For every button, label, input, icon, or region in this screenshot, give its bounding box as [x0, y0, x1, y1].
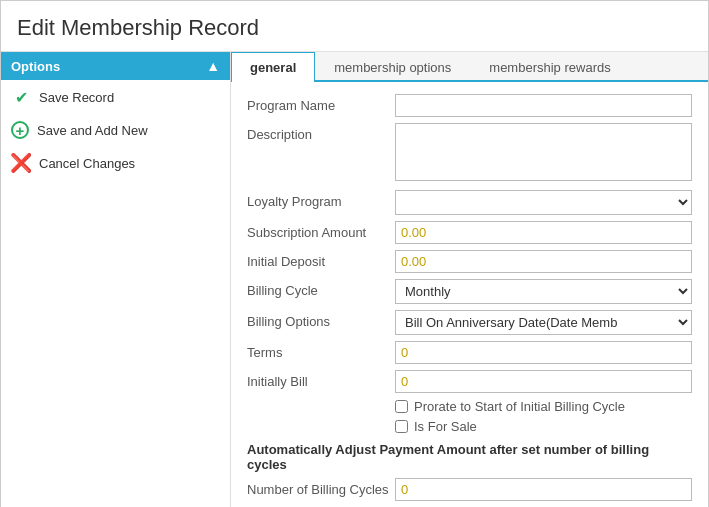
prorate-row: Prorate to Start of Initial Billing Cycl… — [395, 399, 692, 414]
billing-options-label: Billing Options — [247, 310, 395, 329]
add-plus-icon: + — [11, 121, 29, 139]
num-billing-cycles-control: 0 — [395, 478, 692, 501]
program-name-label: Program Name — [247, 94, 395, 113]
cancel-x-icon: ❌ — [11, 153, 31, 173]
subscription-amount-row: Subscription Amount 0.00 — [247, 221, 692, 244]
tab-membership-options[interactable]: membership options — [315, 52, 470, 82]
billing-options-control: Bill On Anniversary Date(Date Memb — [395, 310, 692, 335]
tab-membership-rewards[interactable]: membership rewards — [470, 52, 629, 82]
loyalty-program-select[interactable] — [395, 190, 692, 215]
subscription-amount-input[interactable]: 0.00 — [395, 221, 692, 244]
sidebar-header: Options ▲ — [1, 52, 230, 80]
terms-control: 0 — [395, 341, 692, 364]
description-row: Description — [247, 123, 692, 184]
terms-label: Terms — [247, 341, 395, 360]
cancel-changes-button[interactable]: ❌ Cancel Changes — [1, 146, 230, 180]
auto-adjust-label: Automatically Adjust Payment Amount afte… — [247, 442, 692, 472]
save-record-button[interactable]: ✔ Save Record — [1, 80, 230, 114]
num-billing-cycles-input[interactable]: 0 — [395, 478, 692, 501]
tab-bar: general membership options membership re… — [231, 52, 708, 82]
initial-deposit-row: Initial Deposit 0.00 — [247, 250, 692, 273]
billing-cycle-control: Monthly Weekly Yearly — [395, 279, 692, 304]
billing-options-row: Billing Options Bill On Anniversary Date… — [247, 310, 692, 335]
initial-deposit-input[interactable]: 0.00 — [395, 250, 692, 273]
content-area: Options ▲ ✔ Save Record + Save and Add N… — [1, 52, 708, 507]
num-billing-cycles-label: Number of Billing Cycles — [247, 478, 395, 497]
initially-bill-input[interactable]: 0 — [395, 370, 692, 393]
prorate-checkbox[interactable] — [395, 400, 408, 413]
description-input[interactable] — [395, 123, 692, 181]
loyalty-program-label: Loyalty Program — [247, 190, 395, 209]
prorate-label: Prorate to Start of Initial Billing Cycl… — [414, 399, 625, 414]
subscription-amount-label: Subscription Amount — [247, 221, 395, 240]
billing-cycle-select[interactable]: Monthly Weekly Yearly — [395, 279, 692, 304]
main-area: general membership options membership re… — [231, 52, 708, 507]
program-name-input[interactable] — [395, 94, 692, 117]
initial-deposit-label: Initial Deposit — [247, 250, 395, 269]
page-title: Edit Membership Record — [1, 1, 708, 52]
sidebar-header-label: Options — [11, 59, 60, 74]
billing-cycle-label: Billing Cycle — [247, 279, 395, 298]
terms-input[interactable]: 0 — [395, 341, 692, 364]
is-for-sale-checkbox[interactable] — [395, 420, 408, 433]
cancel-changes-label: Cancel Changes — [39, 156, 135, 171]
num-billing-cycles-row: Number of Billing Cycles 0 — [247, 478, 692, 501]
program-name-row: Program Name — [247, 94, 692, 117]
loyalty-program-control — [395, 190, 692, 215]
description-control — [395, 123, 692, 184]
terms-row: Terms 0 — [247, 341, 692, 364]
save-checkmark-icon: ✔ — [11, 87, 31, 107]
save-add-new-button[interactable]: + Save and Add New — [1, 114, 230, 146]
loyalty-program-row: Loyalty Program — [247, 190, 692, 215]
form-area: Program Name Description Loyalty Program — [231, 82, 708, 507]
billing-options-select[interactable]: Bill On Anniversary Date(Date Memb — [395, 310, 692, 335]
program-name-control — [395, 94, 692, 117]
is-for-sale-label: Is For Sale — [414, 419, 477, 434]
description-label: Description — [247, 123, 395, 142]
sidebar-collapse-icon[interactable]: ▲ — [206, 58, 220, 74]
tab-general[interactable]: general — [231, 52, 315, 82]
sidebar: Options ▲ ✔ Save Record + Save and Add N… — [1, 52, 231, 507]
billing-cycle-row: Billing Cycle Monthly Weekly Yearly — [247, 279, 692, 304]
initially-bill-row: Initially Bill 0 — [247, 370, 692, 393]
save-add-new-label: Save and Add New — [37, 123, 148, 138]
save-record-label: Save Record — [39, 90, 114, 105]
is-for-sale-row: Is For Sale — [395, 419, 692, 434]
initially-bill-label: Initially Bill — [247, 370, 395, 389]
main-window: Edit Membership Record Options ▲ ✔ Save … — [0, 0, 709, 507]
initially-bill-control: 0 — [395, 370, 692, 393]
initial-deposit-control: 0.00 — [395, 250, 692, 273]
subscription-amount-control: 0.00 — [395, 221, 692, 244]
